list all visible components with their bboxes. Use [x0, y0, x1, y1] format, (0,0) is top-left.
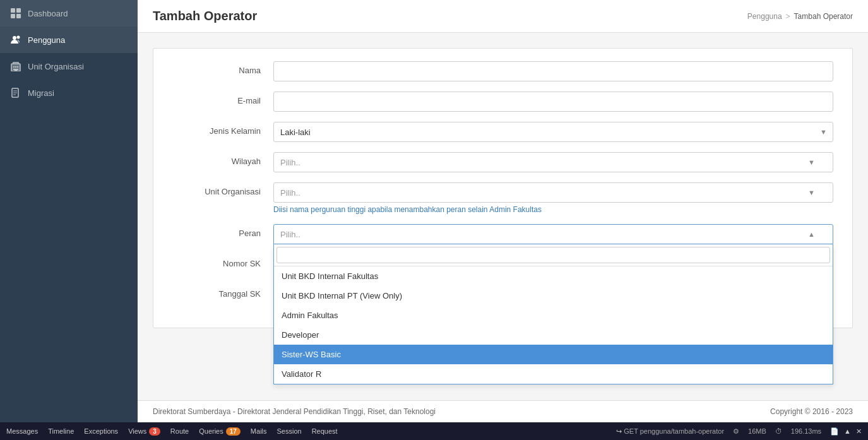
users-icon: [10, 34, 21, 45]
sidebar-item-unit-organisasi[interactable]: Unit Organisasi: [0, 53, 138, 80]
peran-option-admin-fakultas[interactable]: Admin Fakultas: [274, 306, 833, 325]
select2-wilayah[interactable]: Pilih.. ▼: [273, 152, 833, 172]
debug-close-icon[interactable]: ✕: [856, 427, 862, 436]
peran-dropdown-list: Unit BKD Internal Fakultas Unit BKD Inte…: [274, 266, 833, 384]
sidebar-label-dashboard: Dashboard: [28, 9, 68, 18]
dashboard-icon: [10, 8, 21, 19]
debug-views-label: Views: [128, 427, 146, 435]
peran-option-developer[interactable]: Developer: [274, 325, 833, 345]
svg-rect-1: [16, 8, 21, 13]
sidebar-item-pengguna[interactable]: Pengguna: [0, 27, 138, 53]
svg-rect-12: [17, 69, 18, 70]
input-nama[interactable]: [273, 61, 833, 81]
label-peran: Peran: [172, 224, 273, 238]
debug-queries[interactable]: Queries 17: [199, 427, 241, 436]
footer-info: Direktorat Sumberdaya - Direktorat Jende…: [138, 400, 868, 422]
row-email: E-mail: [172, 92, 833, 112]
row-peran: Peran Pilih.. ▲ Unit BKD Internal Fakult…: [172, 224, 833, 244]
peran-option-sister-ws[interactable]: Sister-WS Basic: [274, 345, 833, 364]
debug-right-info: ↪ GET pengguna/tambah-operator ⚙ 16MB ⏱ …: [616, 427, 862, 436]
debug-expand-icon[interactable]: ▲: [844, 427, 851, 436]
select-wrap-wilayah: Pilih.. ▼: [273, 152, 833, 172]
sidebar-item-dashboard[interactable]: Dashboard: [0, 0, 138, 27]
footer-text: Direktorat Sumberdaya - Direktorat Jende…: [153, 407, 436, 416]
peran-option-validator-r[interactable]: Validator R: [274, 364, 833, 384]
debug-views[interactable]: Views 3: [128, 427, 160, 436]
chevron-down-icon-unit-org: ▼: [808, 189, 815, 196]
row-unit-organisasi: Unit Organisasi Pilih.. ▼ Diisi nama per…: [172, 182, 833, 214]
debug-messages-label: Messages: [6, 427, 38, 435]
peran-search-wrap: [274, 244, 833, 266]
sidebar-label-unit-organisasi: Unit Organisasi: [28, 62, 84, 71]
debug-session[interactable]: Session: [277, 427, 302, 435]
peran-option-unit-bkd-pt[interactable]: Unit BKD Internal PT (View Only): [274, 286, 833, 306]
svg-rect-9: [15, 66, 16, 68]
sidebar-label-migrasi: Migrasi: [28, 88, 54, 98]
debug-exceptions[interactable]: Exceptions: [84, 427, 118, 435]
label-unit-organisasi: Unit Organisasi: [172, 182, 273, 196]
document-icon: [10, 87, 21, 98]
debug-request[interactable]: Request: [312, 427, 338, 435]
peran-search-input[interactable]: [276, 247, 830, 263]
sidebar: Dashboard Pengguna: [0, 0, 138, 422]
select2-unit-org-placeholder: Pilih..: [280, 188, 300, 198]
row-jenis-kelamin: Jenis Kelamin Laki-laki Perempuan ▼: [172, 122, 833, 142]
debug-mails[interactable]: Mails: [251, 427, 267, 435]
select2-unit-organisasi[interactable]: Pilih.. ▼: [273, 182, 833, 203]
debug-mails-label: Mails: [251, 427, 267, 435]
select2-peran-placeholder: Pilih..: [280, 230, 300, 239]
chevron-down-icon-wilayah: ▼: [808, 158, 815, 166]
svg-rect-13: [15, 69, 17, 71]
select-jenis-kelamin[interactable]: Laki-laki Perempuan: [273, 122, 833, 142]
form-area: Nama E-mail Jenis Kelamin: [138, 33, 868, 400]
select2-wilayah-placeholder: Pilih..: [280, 158, 300, 167]
svg-rect-3: [16, 14, 21, 18]
debug-bar: Messages Timeline Exceptions Views 3 Rou…: [0, 422, 868, 440]
breadcrumb-parent[interactable]: Pengguna: [747, 12, 782, 21]
label-wilayah: Wilayah: [172, 152, 273, 166]
row-nama: Nama: [172, 61, 833, 81]
unit-organisasi-hint: Diisi nama perguruan tinggi apabila mena…: [273, 205, 833, 214]
label-nama: Nama: [172, 61, 273, 75]
select-wrap-peran: Pilih.. ▲ Unit BKD Internal Fakultas Uni…: [273, 224, 833, 244]
svg-rect-11: [13, 69, 15, 70]
breadcrumb: Pengguna > Tambah Operator: [747, 12, 853, 21]
svg-rect-0: [11, 8, 15, 13]
debug-memory-icon: ⚙: [733, 427, 739, 436]
debug-queries-badge: 17: [226, 427, 241, 436]
debug-timeline-label: Timeline: [48, 427, 74, 435]
input-wrap-email: [273, 92, 833, 112]
sidebar-label-pengguna: Pengguna: [28, 35, 65, 45]
breadcrumb-current: Tambah Operator: [794, 12, 853, 21]
debug-exceptions-label: Exceptions: [84, 427, 118, 435]
input-email[interactable]: [273, 92, 833, 112]
select-wrap-unit-organisasi: Pilih.. ▼ Diisi nama perguruan tinggi ap…: [273, 182, 833, 214]
select2-peran[interactable]: Pilih.. ▲: [273, 224, 833, 244]
row-wilayah: Wilayah Pilih.. ▼: [172, 152, 833, 172]
debug-action-icons: 📄 ▲ ✕: [830, 427, 862, 436]
debug-timeline[interactable]: Timeline: [48, 427, 74, 435]
debug-views-badge: 3: [149, 427, 160, 436]
label-jenis-kelamin: Jenis Kelamin: [172, 122, 273, 136]
svg-rect-8: [13, 66, 15, 68]
debug-route[interactable]: Route: [170, 427, 189, 435]
debug-session-label: Session: [277, 427, 302, 435]
debug-memory: 16MB: [748, 427, 766, 435]
label-tanggal-sk: Tanggal SK: [172, 285, 273, 299]
building-icon: [10, 61, 21, 72]
svg-rect-10: [17, 66, 18, 68]
breadcrumb-separator: >: [786, 12, 790, 21]
label-email: E-mail: [172, 92, 273, 105]
svg-point-4: [13, 36, 16, 40]
page-header: Tambah Operator Pengguna > Tambah Operat…: [138, 0, 868, 33]
debug-clock-icon: ⏱: [775, 427, 782, 435]
sidebar-item-migrasi[interactable]: Migrasi: [0, 80, 138, 106]
debug-request-label: Request: [312, 427, 338, 435]
main-content: Tambah Operator Pengguna > Tambah Operat…: [138, 0, 868, 422]
debug-messages[interactable]: Messages: [6, 427, 38, 435]
svg-rect-2: [11, 14, 15, 18]
debug-route-label: Route: [170, 427, 189, 435]
peran-option-unit-bkd-fakultas[interactable]: Unit BKD Internal Fakultas: [274, 266, 833, 286]
debug-file-icon[interactable]: 📄: [830, 427, 839, 436]
chevron-up-icon-peran: ▲: [808, 230, 815, 238]
